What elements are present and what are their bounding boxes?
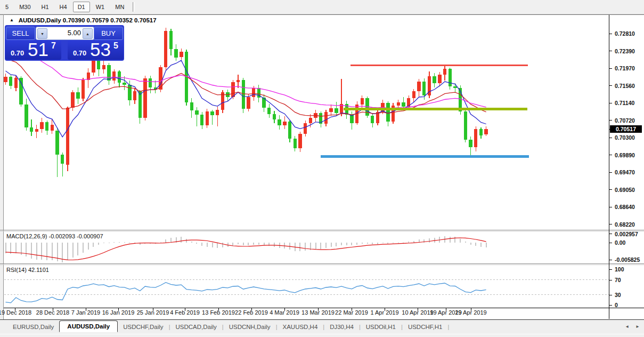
- date-tick-label: 1 Apr 2019: [370, 309, 398, 316]
- tab-usdoil-h1[interactable]: USDOil,H1: [361, 322, 401, 332]
- chart-tab-bar: EURUSD,DailyAUDUSD,DailyUSDCHF,Daily|USD…: [0, 320, 644, 334]
- ohlc-readout: 0.70390 0.70579 0.70352 0.70517: [63, 17, 157, 23]
- tab-usdchf-h1[interactable]: USDCHF,H1: [403, 322, 448, 332]
- price-tick-label: 0.68640: [615, 204, 635, 210]
- tab-xauusd-h4[interactable]: XAUUSD,H4: [277, 322, 323, 332]
- tab-eurusd-daily[interactable]: EURUSD,Daily: [7, 322, 59, 332]
- price-tick-label: 0.71970: [615, 65, 635, 71]
- date-tick-label: 16 Jan 2019: [102, 309, 135, 316]
- tab-separator: |: [447, 324, 449, 330]
- mt4-trading-app: { "toolbar": {"items": ["5", "M30", "H1"…: [0, 0, 644, 337]
- buy-price-digits: 53: [90, 39, 111, 60]
- date-tick-label: 28 Dec 2018: [36, 309, 69, 316]
- chart-symbol-title: ▲ AUDUSD,Daily 0.70390 0.70579 0.70352 0…: [10, 17, 157, 23]
- one-click-trade-panel: SELL ▼ 5.00 ▲ BUY 0.70 51 7 0.70 53 5: [5, 25, 124, 61]
- date-tick-label: 22 Mar 2019: [335, 309, 368, 316]
- date-tick-label: 7 Jan 2019: [71, 309, 100, 316]
- buy-price-display[interactable]: 0.70 53 5: [68, 40, 124, 60]
- symbol-name: AUDUSD,Daily: [19, 17, 61, 23]
- current-price-tag: 0.70517: [610, 125, 642, 133]
- buy-button[interactable]: BUY: [94, 27, 123, 40]
- date-tick-label: 25 Jan 2019: [137, 309, 169, 316]
- price-tick-label: 0.71560: [615, 83, 635, 89]
- tab-scroll-left-icon[interactable]: ◄: [625, 324, 629, 329]
- volume-decrease-button[interactable]: ▼: [37, 28, 47, 39]
- rsi-scale-label: 30: [615, 292, 621, 298]
- tab-usdcad-daily[interactable]: USDCAD,Daily: [170, 322, 222, 332]
- sell-price-prefix: 0.70: [11, 49, 24, 57]
- rsi-scale-label: 100: [615, 266, 624, 272]
- price-tick-label: 0.71140: [615, 100, 634, 106]
- rsi-scale-label: 0: [615, 302, 618, 308]
- date-tick-label: 10 Apr 2019: [402, 309, 433, 316]
- price-tick-label: 0.69890: [615, 152, 635, 158]
- buy-price-pip: 5: [113, 41, 118, 51]
- status-strip: [0, 334, 644, 337]
- price-tick-label: 0.69470: [615, 169, 635, 175]
- date-tick-label: 19 Dec 2018: [0, 309, 31, 316]
- volume-increase-button[interactable]: ▲: [83, 28, 93, 39]
- buy-price-prefix: 0.70: [73, 49, 86, 57]
- tab-dj30-h4[interactable]: DJ30,H4: [324, 322, 359, 332]
- date-tick-label: 29 Apr 2019: [455, 309, 486, 316]
- macd-indicator-label: MACD(12,26,9) -0.002093 -0.000907: [6, 233, 103, 239]
- price-tick-label: 0.70720: [615, 117, 635, 124]
- rsi-scale-label: 70: [615, 277, 621, 283]
- sell-price-display[interactable]: 0.70 51 7: [5, 40, 61, 60]
- date-tick-label: 4 Feb 2019: [170, 309, 200, 316]
- panel-collapse-icon[interactable]: ▲: [10, 18, 14, 22]
- tab-usdchf-daily[interactable]: USDCHF,Daily: [118, 322, 168, 332]
- price-tick-label: 0.70300: [615, 134, 635, 141]
- price-tick-label: 0.72390: [615, 48, 635, 54]
- volume-field[interactable]: ▼ 5.00 ▲: [36, 27, 94, 40]
- price-tick-label: 0.69050: [615, 187, 635, 193]
- date-tick-label: 22 Feb 2019: [235, 309, 268, 316]
- tab-scroll-right-icon[interactable]: ►: [635, 324, 640, 329]
- sell-price-digits: 51: [28, 39, 48, 60]
- price-tick-label: 0.72810: [615, 30, 635, 37]
- price-tick-label: 0.68220: [615, 221, 635, 228]
- tab-audusd-daily[interactable]: AUDUSD,Daily: [59, 320, 118, 332]
- sell-button[interactable]: SELL: [6, 27, 35, 40]
- date-tick-label: 13 Feb 2019: [202, 309, 235, 316]
- volume-value: 5.00: [68, 29, 81, 37]
- date-tick-label: 4 Mar 2019: [270, 309, 299, 316]
- macd-scale-label: -0.005825: [615, 256, 640, 263]
- macd-scale-label: 0.00: [615, 239, 625, 246]
- date-tick-label: 13 Mar 2019: [301, 309, 335, 316]
- tab-scroll-arrows: ◄ ►: [625, 324, 640, 329]
- sell-price-pip: 7: [51, 41, 56, 51]
- tab-usdcnh-daily[interactable]: USDCNH,Daily: [224, 322, 276, 332]
- rsi-indicator-label: RSI(14) 42.1101: [6, 267, 49, 273]
- macd-scale-label: 0.002957: [615, 231, 638, 237]
